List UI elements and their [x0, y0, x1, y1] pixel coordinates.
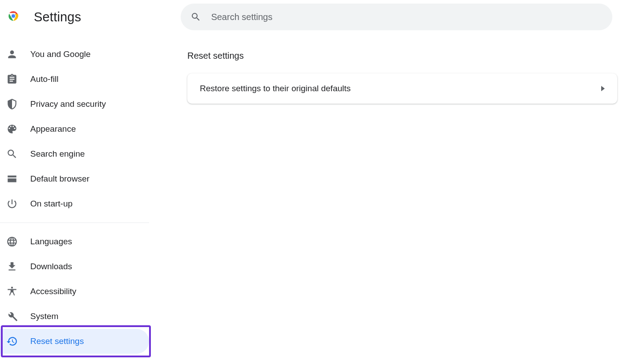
sidebar-item-label: Downloads — [30, 262, 72, 271]
sidebar-item-accessibility[interactable]: Accessibility — [0, 279, 149, 304]
power-icon — [6, 198, 18, 210]
accessibility-icon — [6, 286, 18, 297]
sidebar-item-label: You and Google — [30, 49, 91, 59]
clipboard-icon — [6, 73, 18, 85]
header: Settings — [0, 0, 623, 34]
sidebar-item-default-browser[interactable]: Default browser — [0, 166, 149, 191]
search-icon — [6, 148, 18, 160]
download-icon — [6, 261, 18, 272]
palette-icon — [6, 123, 18, 135]
sidebar-item-label: Appearance — [30, 124, 76, 134]
arrow-right-icon — [601, 86, 605, 91]
sidebar-item-privacy-and-security[interactable]: Privacy and security — [0, 92, 149, 117]
restore-icon — [6, 336, 18, 347]
sidebar-item-label: On start-up — [30, 199, 73, 209]
sidebar-item-system[interactable]: System — [0, 304, 149, 329]
search-box[interactable] — [181, 4, 612, 30]
sidebar-item-on-start-up[interactable]: On start-up — [0, 191, 149, 216]
sidebar-item-label: Default browser — [30, 174, 89, 184]
chrome-logo-icon — [6, 9, 20, 25]
sidebar-item-label: Privacy and security — [30, 99, 106, 109]
sidebar-item-appearance[interactable]: Appearance — [0, 117, 149, 142]
sidebar-item-label: System — [30, 311, 58, 321]
row-label: Restore settings to their original defau… — [200, 84, 351, 93]
sidebar-item-downloads[interactable]: Downloads — [0, 254, 149, 279]
sidebar-item-you-and-google[interactable]: You and Google — [0, 42, 149, 67]
sidebar-item-search-engine[interactable]: Search engine — [0, 142, 149, 166]
search-input[interactable] — [211, 12, 603, 22]
person-icon — [6, 49, 18, 60]
sidebar-item-languages[interactable]: Languages — [0, 229, 149, 254]
section-title: Reset settings — [187, 51, 623, 61]
restore-defaults-row[interactable]: Restore settings to their original defau… — [187, 73, 617, 104]
search-icon — [190, 12, 201, 22]
globe-icon — [6, 236, 18, 247]
sidebar-item-label: Languages — [30, 237, 72, 247]
search-container — [181, 4, 619, 30]
sidebar-item-label: Search engine — [30, 149, 85, 159]
shield-icon — [6, 98, 18, 110]
page-title: Settings — [34, 10, 81, 24]
main-content: Reset settings Restore settings to their… — [149, 34, 623, 354]
sidebar-item-label: Auto-fill — [30, 74, 58, 84]
sidebar-item-label: Accessibility — [30, 287, 76, 296]
sidebar: You and Google Auto-fill Privacy and sec… — [0, 34, 149, 354]
wrench-icon — [6, 311, 18, 322]
sidebar-item-label: Reset settings — [30, 336, 84, 346]
browser-icon — [6, 173, 18, 185]
sidebar-item-reset-settings[interactable]: Reset settings — [0, 329, 149, 354]
sidebar-divider — [0, 222, 149, 223]
sidebar-item-auto-fill[interactable]: Auto-fill — [0, 67, 149, 92]
settings-card: Restore settings to their original defau… — [187, 73, 617, 104]
